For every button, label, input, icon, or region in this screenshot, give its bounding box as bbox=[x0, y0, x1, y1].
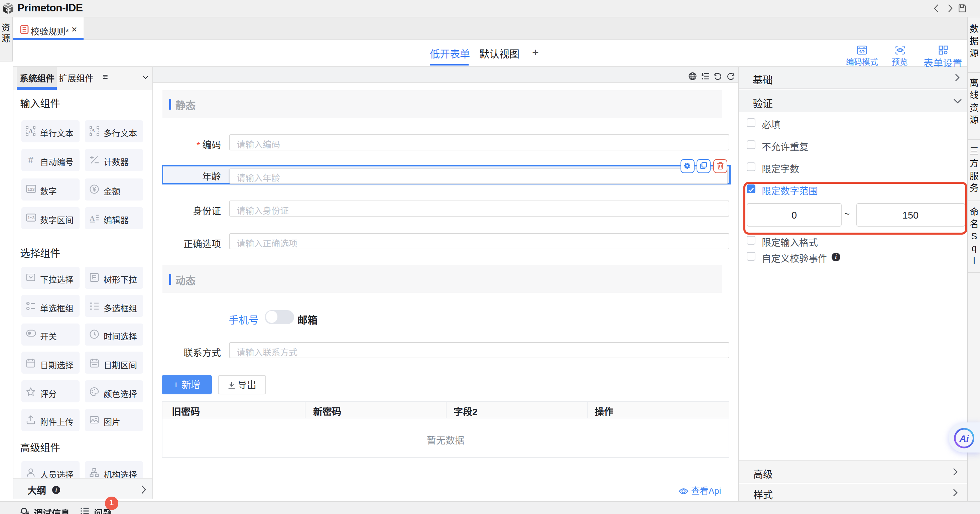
svg-text:1~3: 1~3 bbox=[27, 216, 34, 220]
svg-text:A: A bbox=[89, 214, 95, 223]
svg-text:A: A bbox=[92, 128, 95, 133]
svg-text:Ai: Ai bbox=[959, 433, 969, 444]
svg-text:A: A bbox=[29, 128, 33, 135]
svg-text:123: 123 bbox=[27, 187, 34, 192]
svg-text:#: # bbox=[28, 155, 33, 164]
